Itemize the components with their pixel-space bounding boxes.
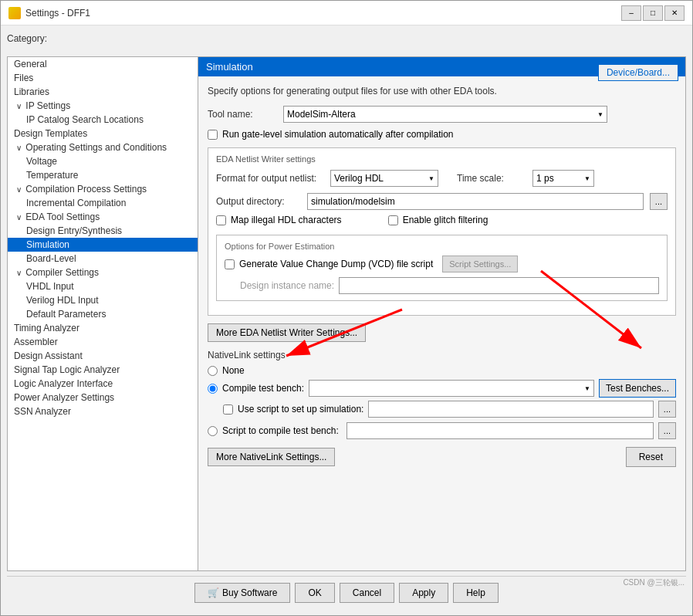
design-instance-row: Design instance name: [225, 277, 659, 294]
none-radio-row: None [208, 365, 676, 376]
sidebar-item-ip-settings[interactable]: ∨ IP Settings [8, 99, 198, 113]
reset-button[interactable]: Reset [626, 447, 676, 467]
eda-netlist-section: EDA Netlist Writer settings Format for o… [208, 147, 676, 316]
sidebar-item-general[interactable]: General [8, 57, 198, 71]
tool-name-label: Tool name: [208, 109, 277, 120]
generate-vcd-row: Generate Value Change Dump (VCD) file sc… [225, 256, 659, 272]
settings-dialog: Settings - DFF1 – □ ✕ Category: Device/B… [0, 0, 693, 616]
script-compile-radio[interactable] [208, 426, 218, 436]
cancel-button[interactable]: Cancel [340, 583, 394, 603]
sidebar-item-signal-tap-logic-analyzer[interactable]: Signal Tap Logic Analyzer [8, 363, 198, 377]
sidebar-item-voltage[interactable]: Voltage [8, 154, 198, 168]
tool-name-row: Tool name: ModelSim-Altera ▼ [208, 106, 676, 123]
enable-glitch-row: Enable glitch filtering [388, 215, 488, 225]
map-glitch-row: Map illegal HDL characters Enable glitch… [216, 215, 668, 230]
run-gate-level-label[interactable]: Run gate-level simulation automatically … [222, 129, 453, 140]
test-benches-button[interactable]: Test Benches... [599, 379, 676, 398]
map-illegal-checkbox[interactable] [216, 215, 226, 225]
content-body: Specify options for generating output fi… [198, 76, 685, 570]
sidebar-item-operating-settings[interactable]: ∨ Operating Settings and Conditions [8, 140, 198, 154]
sidebar: General Files Libraries ∨ IP Settings IP… [7, 56, 198, 571]
content-area: Simulation Specify options for generatin… [198, 56, 686, 571]
use-script-label[interactable]: Use script to set up simulation: [238, 404, 363, 415]
use-script-row: Use script to set up simulation: ... [208, 401, 676, 418]
watermark: CSDN @三轮银... [623, 577, 685, 588]
sidebar-item-temperature[interactable]: Temperature [8, 168, 198, 182]
close-button[interactable]: ✕ [664, 5, 685, 21]
eda-netlist-title: EDA Netlist Writer settings [216, 154, 668, 164]
design-instance-input[interactable] [339, 277, 659, 294]
apply-button[interactable]: Apply [399, 583, 448, 603]
sidebar-item-default-parameters[interactable]: Default Parameters [8, 307, 198, 321]
format-arrow-icon: ▼ [428, 175, 434, 182]
timescale-select[interactable]: 1 ps ▼ [532, 170, 594, 187]
output-dir-label: Output directory: [216, 196, 301, 207]
output-dir-row: Output directory: ... [216, 193, 668, 210]
sidebar-item-timing-analyzer[interactable]: Timing Analyzer [8, 321, 198, 335]
compile-test-bench-label[interactable]: Compile test bench: [222, 383, 304, 394]
none-radio[interactable] [208, 366, 218, 376]
device-board-button[interactable]: Device/Board... [598, 64, 678, 81]
map-illegal-row: Map illegal HDL characters [216, 215, 342, 225]
timescale-label: Time scale: [457, 173, 526, 184]
sidebar-item-eda-tool-settings[interactable]: ∨ EDA Tool Settings [8, 210, 198, 224]
format-select[interactable]: Verilog HDL ▼ [330, 170, 438, 187]
use-script-checkbox[interactable] [223, 404, 233, 415]
sidebar-item-compilation-process[interactable]: ∨ Compilation Process Settings [8, 182, 198, 196]
enable-glitch-label[interactable]: Enable glitch filtering [403, 215, 488, 225]
more-nativelink-button[interactable]: More NativeLink Settings... [208, 448, 335, 466]
compile-test-bench-row: Compile test bench: ▼ Test Benches... [208, 379, 676, 398]
format-label: Format for output netlist: [216, 173, 324, 184]
sidebar-item-power-analyzer-settings[interactable]: Power Analyzer Settings [8, 391, 198, 404]
script-compile-row: Script to compile test bench: ... [208, 422, 676, 439]
nativelink-section: NativeLink settings None Compile test be… [208, 350, 676, 439]
compile-test-bench-radio[interactable] [208, 384, 218, 394]
sidebar-item-board-level[interactable]: Board-Level [8, 252, 198, 266]
buy-software-button[interactable]: 🛒 Buy Software [194, 583, 290, 603]
more-eda-button[interactable]: More EDA Netlist Writer Settings... [208, 323, 366, 342]
main-area: General Files Libraries ∨ IP Settings IP… [7, 56, 686, 571]
tool-name-arrow-icon: ▼ [597, 111, 603, 118]
sidebar-item-design-assistant[interactable]: Design Assistant [8, 349, 198, 363]
content-bottom-bar: More NativeLink Settings... Reset [208, 447, 676, 467]
maximize-button[interactable]: □ [643, 5, 663, 21]
sidebar-item-vhdl-input[interactable]: VHDL Input [8, 279, 198, 293]
tool-name-value: ModelSim-Altera [287, 109, 356, 120]
tool-name-select[interactable]: ModelSim-Altera ▼ [283, 106, 607, 123]
sidebar-item-compiler-settings[interactable]: ∨ Compiler Settings [8, 266, 198, 279]
none-label[interactable]: None [222, 365, 245, 376]
sidebar-item-logic-analyzer-interface[interactable]: Logic Analyzer Interface [8, 377, 198, 391]
more-eda-row: More EDA Netlist Writer Settings... [208, 323, 676, 342]
sidebar-item-libraries[interactable]: Libraries [8, 85, 198, 99]
sidebar-item-ip-catalog[interactable]: IP Catalog Search Locations [8, 113, 198, 127]
ok-button[interactable]: OK [295, 583, 334, 603]
sidebar-item-design-templates[interactable]: Design Templates [8, 127, 198, 140]
compile-test-bench-select[interactable]: ▼ [309, 380, 594, 397]
enable-glitch-checkbox[interactable] [388, 215, 398, 225]
sidebar-item-assembler[interactable]: Assembler [8, 335, 198, 349]
output-dir-input[interactable] [307, 193, 644, 210]
sidebar-item-verilog-hdl-input[interactable]: Verilog HDL Input [8, 293, 198, 307]
use-script-input[interactable] [368, 401, 653, 418]
script-compile-browse-button[interactable]: ... [658, 422, 676, 439]
minimize-button[interactable]: – [621, 5, 641, 21]
map-illegal-label[interactable]: Map illegal HDL characters [231, 215, 342, 225]
timescale-value: 1 ps [536, 173, 554, 184]
sidebar-item-files[interactable]: Files [8, 71, 198, 85]
script-compile-input[interactable] [346, 422, 654, 439]
timescale-arrow-icon: ▼ [584, 175, 590, 182]
use-script-browse-button[interactable]: ... [658, 401, 676, 418]
sidebar-item-ssn-analyzer[interactable]: SSN Analyzer [8, 404, 198, 418]
sidebar-item-incremental-compilation[interactable]: Incremental Compilation [8, 196, 198, 210]
script-compile-label[interactable]: Script to compile test bench: [222, 425, 339, 436]
buy-software-label: Buy Software [222, 587, 277, 598]
sidebar-item-simulation[interactable]: Simulation [8, 238, 198, 252]
title-bar-left: Settings - DFF1 [8, 7, 90, 19]
output-dir-browse-button[interactable]: ... [650, 193, 668, 210]
run-gate-level-checkbox[interactable] [208, 130, 218, 140]
help-button[interactable]: Help [453, 583, 499, 603]
sidebar-item-design-entry[interactable]: Design Entry/Synthesis [8, 224, 198, 238]
generate-vcd-label[interactable]: Generate Value Change Dump (VCD) file sc… [239, 259, 433, 269]
app-icon [8, 7, 21, 19]
generate-vcd-checkbox[interactable] [225, 259, 235, 269]
